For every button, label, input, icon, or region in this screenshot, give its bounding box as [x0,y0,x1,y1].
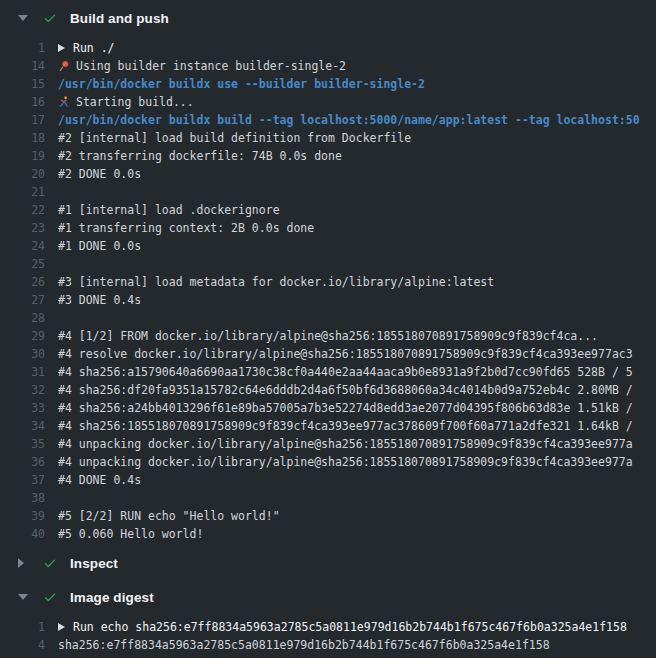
log-line: 23 #1 transferring context: 2B 0.0s done [0,219,656,237]
log-text: #4 sha256:df20fa9351a15782c64e6dddb2d4a6… [58,383,633,397]
line-number[interactable]: 1 [0,41,45,55]
line-number[interactable]: 23 [0,221,45,235]
log-line: 35 #4 unpacking docker.io/library/alpine… [0,435,656,453]
log-text: #4 sha256:a15790640a6690aa1730c38cf0a440… [58,365,633,379]
log-text: Using builder instance builder-single-2 [76,59,346,73]
log-line: 30 #4 resolve docker.io/library/alpine@s… [0,345,656,363]
chevron-icon[interactable] [18,558,29,568]
log-line: 26 #3 [internal] load metadata for docke… [0,273,656,291]
step-header[interactable]: Image digest [0,583,656,611]
log-line[interactable]: 1 Run echo sha256:e7ff8834a5963a2785c5a0… [0,618,656,636]
line-number[interactable]: 28 [0,311,45,325]
log-text: #2 transferring dockerfile: 74B 0.0s don… [58,149,342,163]
line-number[interactable]: 17 [0,113,45,127]
pushpin-icon [58,60,71,72]
log-text: /usr/bin/docker buildx use --builder bui… [58,77,425,91]
log-line: 32 #4 sha256:df20fa9351a15782c64e6dddb2d… [0,381,656,399]
log-line: 16 Starting build... [0,93,656,111]
log-text: #3 DONE 0.4s [58,293,141,307]
log-line: 24 #1 DONE 0.0s [0,237,656,255]
expand-run-icon[interactable] [58,44,65,52]
log-text: #4 unpacking docker.io/library/alpine@sh… [58,437,633,451]
line-number[interactable]: 19 [0,149,45,163]
step-title: Image digest [70,590,154,605]
expand-run-icon[interactable] [58,623,65,631]
line-number[interactable]: 15 [0,77,45,91]
actions-log: Build and push 1 Run ./ 14 Using builder… [0,4,656,654]
line-number[interactable]: 33 [0,401,45,415]
log-text: /usr/bin/docker buildx build --tag local… [58,113,640,127]
chevron-icon[interactable] [18,15,29,21]
log-text: #1 DONE 0.0s [58,239,141,253]
log-line: 36 #4 unpacking docker.io/library/alpine… [0,453,656,471]
log-step: Build and push 1 Run ./ 14 Using builder… [0,4,656,543]
log-text: sha256:e7ff8834a5963a2785c5a0811e979d16b… [58,638,550,652]
log-text: #5 [2/2] RUN echo "Hello world!" [58,509,280,523]
log-text: #4 unpacking docker.io/library/alpine@sh… [58,455,633,469]
line-number[interactable]: 30 [0,347,45,361]
step-log-lines: 1 Run ./ 14 Using builder instance build… [0,39,656,543]
success-check-icon [43,556,57,570]
log-line: 22 #1 [internal] load .dockerignore [0,201,656,219]
line-number[interactable]: 14 [0,59,45,73]
line-number[interactable]: 37 [0,473,45,487]
log-text: #3 [internal] load metadata for docker.i… [58,275,494,289]
line-number[interactable]: 25 [0,257,45,271]
line-number[interactable]: 40 [0,527,45,541]
step-log-lines: 1 Run echo sha256:e7ff8834a5963a2785c5a0… [0,618,656,654]
log-line: 4 sha256:e7ff8834a5963a2785c5a0811e979d1… [0,636,656,654]
line-number[interactable]: 1 [0,620,45,634]
log-line: 39 #5 [2/2] RUN echo "Hello world!" [0,507,656,525]
line-number[interactable]: 38 [0,491,45,505]
log-line: 37 #4 DONE 0.4s [0,471,656,489]
log-line: 19 #2 transferring dockerfile: 74B 0.0s … [0,147,656,165]
success-check-icon [43,590,57,604]
log-line: 34 #4 sha256:185518070891758909c9f839cf4… [0,417,656,435]
line-number[interactable]: 34 [0,419,45,433]
log-step: Image digest 1 Run echo sha256:e7ff8834a… [0,583,656,654]
line-number[interactable]: 32 [0,383,45,397]
log-text: #4 [1/2] FROM docker.io/library/alpine@s… [58,329,598,343]
log-line: 20 #2 DONE 0.0s [0,165,656,183]
log-text: #2 DONE 0.0s [58,167,141,181]
chevron-icon[interactable] [18,594,29,600]
log-line: 28 [0,309,656,327]
line-number[interactable]: 4 [0,638,45,652]
log-line: 17 /usr/bin/docker buildx build --tag lo… [0,111,656,129]
line-number[interactable]: 36 [0,455,45,469]
log-text: #2 [internal] load build definition from… [58,131,411,145]
line-number[interactable]: 16 [0,95,45,109]
line-number[interactable]: 26 [0,275,45,289]
line-number[interactable]: 22 [0,203,45,217]
line-number[interactable]: 27 [0,293,45,307]
step-title: Build and push [70,11,169,26]
line-number[interactable]: 39 [0,509,45,523]
log-line: 40 #5 0.060 Hello world! [0,525,656,543]
log-text: #4 resolve docker.io/library/alpine@sha2… [58,347,633,361]
log-line: 31 #4 sha256:a15790640a6690aa1730c38cf0a… [0,363,656,381]
log-line: 29 #4 [1/2] FROM docker.io/library/alpin… [0,327,656,345]
step-header[interactable]: Inspect [0,549,656,577]
log-text: #1 [internal] load .dockerignore [58,203,280,217]
log-line: 38 [0,489,656,507]
log-line[interactable]: 1 Run ./ [0,39,656,57]
log-text: Run ./ [73,41,115,55]
log-text: #4 DONE 0.4s [58,473,141,487]
line-number[interactable]: 20 [0,167,45,181]
line-number[interactable]: 24 [0,239,45,253]
log-line: 33 #4 sha256:a24bb4013296f61e89ba57005a7… [0,399,656,417]
line-number[interactable]: 31 [0,365,45,379]
line-number[interactable]: 21 [0,185,45,199]
log-line: 21 [0,183,656,201]
log-text: Run echo sha256:e7ff8834a5963a2785c5a081… [73,620,627,634]
log-text: #5 0.060 Hello world! [58,527,203,541]
line-number[interactable]: 29 [0,329,45,343]
log-step: Inspect [0,549,656,577]
step-title: Inspect [70,556,118,571]
step-header[interactable]: Build and push [0,4,656,32]
log-line: 27 #3 DONE 0.4s [0,291,656,309]
log-text: Starting build... [76,95,194,109]
log-text: #4 sha256:a24bb4013296f61e89ba57005a7b3e… [58,401,633,415]
line-number[interactable]: 35 [0,437,45,451]
line-number[interactable]: 18 [0,131,45,145]
